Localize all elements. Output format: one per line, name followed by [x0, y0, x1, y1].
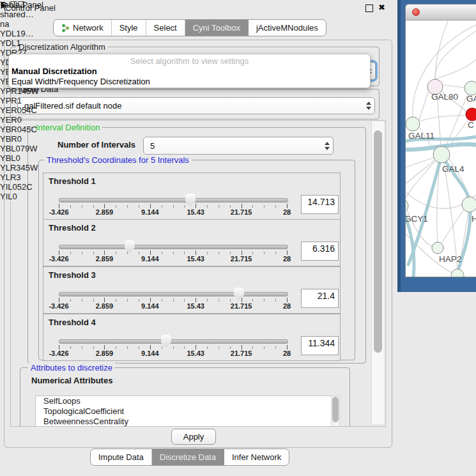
table-row[interactable]: YPR145WYPR1: [0, 86, 77, 105]
network-node[interactable]: [451, 269, 464, 277]
tick-label: 2.859: [96, 255, 114, 263]
threshold-value-field[interactable]: 11.344: [301, 336, 339, 355]
threshold-label: Threshold 3: [49, 270, 96, 280]
tick-label: 9.144: [141, 208, 159, 216]
tick-label: 28: [283, 302, 291, 310]
tick-label: 21.715: [231, 255, 252, 263]
list-item[interactable]: BetweennessCentrality: [36, 417, 332, 427]
tab-select[interactable]: Select: [146, 20, 185, 36]
table-cell: YBR045C: [0, 125, 77, 134]
network-window-titlebar[interactable]: [406, 4, 476, 20]
tick-label: 2.859: [96, 349, 114, 357]
popup-option-manual-discretization[interactable]: Manual Discretization: [12, 66, 97, 76]
column-header-name[interactable]: na: [0, 19, 77, 29]
num-intervals-combobox[interactable]: 5: [143, 137, 334, 155]
attributes-group-title: Attributes to discretize: [28, 363, 115, 372]
algorithm-dropdown-popup: Select algorithm to view settings Manual…: [8, 54, 371, 88]
close-icon[interactable]: ✖: [378, 3, 385, 12]
table-cell: YIL0: [0, 192, 77, 201]
threshold-label: Threshold 2: [49, 223, 96, 233]
table-cell: YIL052C: [0, 182, 77, 192]
spinner-arrows-icon[interactable]: [363, 102, 374, 110]
spinner-arrows-icon[interactable]: [321, 142, 333, 150]
table-row[interactable]: YDL19…YDL1: [0, 29, 77, 48]
gear-icon[interactable]: ⚙: [0, 0, 8, 10]
table-row[interactable]: YBR045CYBR0: [0, 125, 77, 144]
threshold-4-panel: Threshold 4-3.4262.8599.14415.4321.71528…: [43, 314, 341, 361]
table-cell: YBL079W: [0, 144, 77, 153]
tick-label: 2.859: [96, 208, 114, 216]
table-header-row: shared… na: [0, 10, 77, 29]
node-label: GAL4: [442, 164, 464, 174]
list-item[interactable]: SelfLoops: [36, 396, 332, 406]
network-node-ga[interactable]: [464, 81, 476, 95]
column-header-shared-name[interactable]: shared…: [0, 10, 47, 19]
node-label: GCY1: [406, 214, 428, 224]
network-node-h[interactable]: [462, 197, 476, 212]
threshold-3-panel: Threshold 3-3.4262.8599.14415.4321.71528…: [43, 266, 341, 314]
table-cell: YER054C: [0, 105, 77, 115]
table-cell: YBR0: [0, 134, 77, 144]
node-label: GA: [466, 94, 476, 104]
network-window[interactable]: GAL80GACGAL11GAL4GCY1HHAP2: [405, 4, 476, 277]
tick-label: 15.43: [187, 208, 204, 216]
node-label: C: [468, 120, 474, 130]
table-cell: YLR3: [0, 173, 77, 182]
table-row[interactable]: YIL052CYIL0: [0, 182, 77, 201]
num-intervals-value: 5: [144, 141, 321, 151]
tick-label: -3.426: [49, 255, 68, 263]
network-canvas[interactable]: GAL80GACGAL11GAL4GCY1HHAP2: [406, 20, 476, 277]
tab-style[interactable]: Style: [112, 20, 146, 36]
table-cell: YER0: [0, 115, 77, 125]
cyni-mode-tabbar: Impute DataDiscretize DataInfer Network: [90, 449, 289, 466]
tab-discretize-data[interactable]: Discretize Data: [152, 449, 224, 465]
control-panel-tabbar: NetworkStyleSelectCyni ToolboxjActiveMNo…: [53, 19, 326, 36]
slider-track[interactable]: [59, 339, 288, 344]
table-row[interactable]: YBL079WYBL0: [0, 144, 77, 163]
settings-vertical-scrollbar[interactable]: [371, 121, 384, 424]
tab-infer-network[interactable]: Infer Network: [224, 449, 289, 465]
threshold-value-field[interactable]: 14.713: [301, 195, 339, 214]
table-cell: YLR345W: [0, 163, 77, 173]
node-label: HAP2: [439, 254, 461, 264]
slider-track[interactable]: [59, 292, 288, 296]
node-label: GAL11: [408, 131, 434, 141]
network-node-hap2[interactable]: [432, 242, 443, 254]
network-node-gal4[interactable]: [433, 146, 450, 163]
tick-label: 15.43: [187, 255, 204, 263]
minimize-traffic-icon[interactable]: [425, 8, 433, 16]
list-item[interactable]: TopologicalCoefficient: [36, 406, 332, 417]
threshold-value-field[interactable]: 21.4: [301, 289, 339, 308]
tick-label: -3.426: [49, 302, 68, 310]
tab-jactivemnodules[interactable]: jActiveMNodules: [249, 20, 326, 36]
threshold-1-panel: Threshold 1-3.4262.8599.14415.4321.71528…: [43, 173, 341, 220]
zoom-traffic-icon[interactable]: [406, 8, 413, 16]
threshold-value-field[interactable]: 6.316: [301, 242, 339, 261]
attributes-list-scrollbar[interactable]: [331, 395, 340, 427]
node-label: GAL80: [431, 92, 458, 102]
apply-button[interactable]: Apply: [171, 429, 216, 445]
tick-label: 21.715: [231, 208, 252, 216]
tick-label: 9.144: [141, 349, 159, 357]
tick-label: -3.426: [49, 208, 68, 216]
node-label: H: [472, 214, 476, 224]
tab-impute-data[interactable]: Impute Data: [91, 449, 152, 465]
tick-label: 28: [283, 208, 291, 216]
table-cell: YDL19…: [0, 29, 77, 38]
table-cell: YDL1: [0, 38, 77, 48]
popup-option-equal-width-frequency[interactable]: Equal Width/Frequency Discretization: [12, 77, 150, 86]
numerical-attributes-label: Numerical Attributes: [31, 376, 112, 385]
tab-cyni-toolbox[interactable]: Cyni Toolbox: [185, 20, 249, 36]
table-cell: YPR1: [0, 96, 77, 105]
checkbox-icons[interactable]: ☑☑: [10, 0, 24, 10]
slider-track[interactable]: [59, 198, 288, 203]
network-node-gal11[interactable]: [406, 117, 420, 131]
tick-label: 28: [283, 349, 291, 357]
table-row[interactable]: YLR345WYLR3: [0, 163, 77, 182]
table-row[interactable]: YER054CYER0: [0, 105, 77, 125]
slider-track[interactable]: [59, 245, 288, 249]
numerical-attributes-list[interactable]: SelfLoopsTopologicalCoefficientBetweenne…: [35, 395, 332, 427]
network-node-c[interactable]: [466, 108, 476, 121]
float-icon[interactable]: [365, 4, 373, 12]
interval-definition-group: Interval Definition Number of Intervals …: [27, 127, 366, 364]
